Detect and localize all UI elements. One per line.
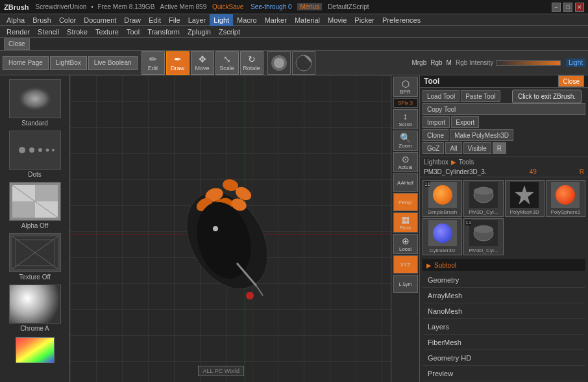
menu-stroke[interactable]: Stroke [63, 26, 92, 38]
alpha-off-preview[interactable] [9, 182, 61, 221]
lightbox-button[interactable]: LightBox [50, 56, 87, 70]
geometry-item[interactable]: Geometry [423, 272, 585, 288]
texture-off-item[interactable]: Texture Off [1, 232, 68, 282]
local-button[interactable]: ⊕ Local [393, 234, 418, 254]
menu-texture[interactable]: Texture [92, 26, 123, 38]
rgb-label[interactable]: Rgb [430, 59, 442, 66]
move-mode-button[interactable]: ✥ Move [191, 51, 214, 75]
menu-document[interactable]: Document [80, 14, 120, 26]
rgb-intensity-label: Rgb Intensity [456, 59, 493, 66]
persp-button[interactable]: Persp [393, 193, 418, 211]
pm3d-cylinder-thumb-2[interactable]: PM3D_Cyl... 11 [463, 218, 503, 255]
color-swatch[interactable] [16, 337, 55, 363]
light-label[interactable]: Light [566, 58, 585, 67]
svg-point-29 [246, 292, 254, 299]
layers-item[interactable]: Layers [423, 319, 585, 335]
aahalf-button[interactable]: AAHalf [393, 173, 418, 192]
canvas-area[interactable]: ⬡ BPR SPix 3 ↕ Scroll 🔍 Zoom ⊙ Actual [70, 75, 419, 382]
minimize-button[interactable]: − [552, 3, 561, 12]
cylinder3d-thumb[interactable]: Cylinder3D [423, 218, 462, 255]
copy-tool-button[interactable]: Copy Tool [423, 103, 585, 115]
zoom-button[interactable]: 🔍 Zoom [393, 131, 418, 151]
pm3d-cylinder-thumb-1[interactable]: PM3D_Cyl... [463, 180, 503, 217]
rotate-mode-button[interactable]: ↻ Rotate [240, 51, 263, 75]
menu-color[interactable]: Color [55, 14, 80, 26]
fibermesh-item[interactable]: FiberMesh [423, 335, 585, 350]
paste-tool-button[interactable]: Paste Tool [461, 90, 500, 102]
home-page-button[interactable]: Home Page [3, 56, 49, 70]
close-button[interactable]: Close [4, 38, 30, 50]
chrome-preview[interactable] [9, 285, 61, 324]
simple-brush-thumb[interactable]: SimpleBrush 11 [423, 180, 462, 217]
menu-alpha[interactable]: Alpha [3, 14, 29, 26]
floor-button[interactable]: ▦ Floor [393, 212, 418, 233]
menu-draw[interactable]: Draw [120, 14, 145, 26]
dots-brush-item[interactable]: Dots [1, 129, 68, 179]
tool-close-area: Close Click to exit ZBrush. [558, 75, 584, 87]
brush-icon-1[interactable] [267, 51, 291, 75]
standard-brush-preview[interactable] [9, 79, 61, 118]
menu-preferences[interactable]: Preferences [378, 14, 424, 26]
close-window-button[interactable]: ✕ [575, 3, 584, 12]
texture-off-preview[interactable] [9, 233, 61, 272]
draw-mode-button[interactable]: ✒ Draw [166, 51, 190, 75]
export-button[interactable]: Export [451, 116, 479, 128]
menu-light[interactable]: Light [210, 14, 233, 26]
lsym-button[interactable]: L.Sym [393, 275, 418, 293]
polymesh3d-thumb[interactable]: PolyMesh3D [505, 180, 545, 217]
alpha-off-item[interactable]: Alpha Off [1, 181, 68, 231]
svg-line-27 [256, 286, 263, 296]
goz-button[interactable]: GoZ [423, 142, 444, 154]
menu-zscript[interactable]: Zscript [215, 26, 244, 38]
visible-button[interactable]: Visible [463, 142, 491, 154]
xyz-button[interactable]: XYZ [393, 255, 418, 274]
maximize-button[interactable]: □ [563, 3, 572, 12]
menu-picker[interactable]: Picker [350, 14, 378, 26]
menu-tool[interactable]: Tool [123, 26, 143, 38]
live-boolean-button[interactable]: Live Boolean [88, 56, 138, 70]
chrome-item[interactable]: Chrome A [1, 283, 68, 333]
polysphere1-thumb[interactable]: PolySphere1 [546, 180, 585, 217]
all-button[interactable]: All [445, 142, 461, 154]
app-name: ZBrush [4, 3, 29, 11]
arraymesh-item[interactable]: ArrayMesh [423, 288, 585, 303]
menu-transform[interactable]: Transform [143, 26, 184, 38]
menu-marker[interactable]: Marker [261, 14, 291, 26]
menu-brush[interactable]: Brush [29, 14, 55, 26]
svg-rect-10 [35, 185, 58, 201]
make-polymesh-button[interactable]: Make PolyMesh3D [450, 129, 513, 141]
menu-edit[interactable]: Edit [145, 14, 165, 26]
geometry-hd-item[interactable]: Geometry HD [423, 350, 585, 366]
model-viewport[interactable] [90, 88, 391, 379]
clone-button[interactable]: Clone [423, 129, 448, 141]
color-swatch-item[interactable] [1, 335, 68, 366]
menu-layer[interactable]: Layer [184, 14, 210, 26]
menu-material[interactable]: Material [291, 14, 324, 26]
menu-stencil[interactable]: Stencil [34, 26, 63, 38]
lightbox-label: Lightbox ▶ Tools [420, 157, 588, 167]
brush-icon-2[interactable] [292, 51, 315, 75]
subtool-header[interactable]: ▶ Subtool [423, 259, 585, 272]
load-tool-button[interactable]: Load Tool [423, 90, 459, 102]
nanomesh-item[interactable]: NanoMesh [423, 303, 585, 319]
edit-mode-button[interactable]: ✏ Edit [141, 51, 165, 75]
standard-brush-item[interactable]: Standard [1, 78, 68, 128]
menu-zplugin[interactable]: Zplugin [184, 26, 215, 38]
menu-movie[interactable]: Movie [324, 14, 350, 26]
import-button[interactable]: Import [423, 116, 450, 128]
rgb-intensity-slider[interactable] [496, 60, 561, 66]
mrgb-label[interactable]: Mrgb [411, 59, 426, 66]
dots-brush-preview[interactable] [9, 131, 61, 170]
menu-macro[interactable]: Macro [233, 14, 261, 26]
r-button[interactable]: R [493, 142, 506, 154]
m-label[interactable]: M [447, 59, 452, 66]
preview-item[interactable]: Preview [423, 366, 585, 381]
tool-close-button[interactable]: Close [558, 75, 584, 87]
scroll-button[interactable]: ↕ Scroll [393, 109, 418, 129]
bpr-button[interactable]: ⬡ BPR [393, 77, 418, 97]
actual-button[interactable]: ⊙ Actual [393, 152, 418, 172]
tool-panel-header: Tool Close Click to exit ZBrush. [420, 75, 588, 88]
menu-file[interactable]: File [165, 14, 184, 26]
scale-mode-button[interactable]: ⤡ Scale [215, 51, 239, 75]
menu-render[interactable]: Render [3, 26, 34, 38]
